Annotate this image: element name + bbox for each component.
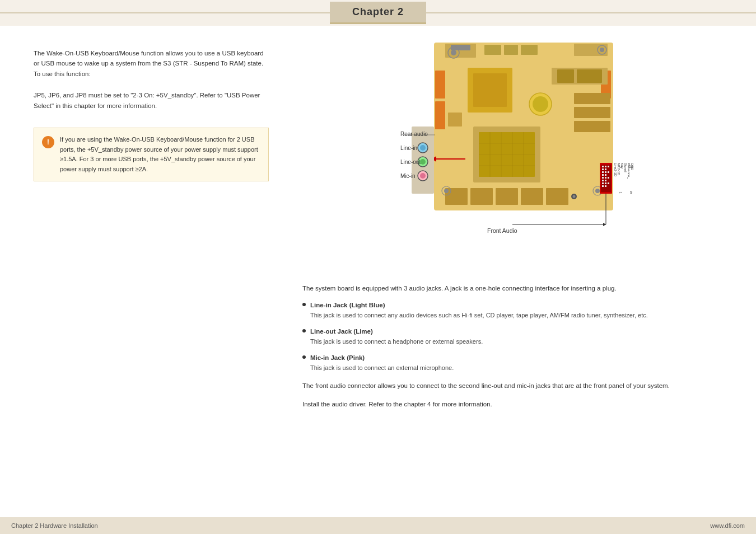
- svg-rect-63: [605, 182, 606, 184]
- motherboard-diagram: 2 1 10 9 Rear audio Line-in Line-out Mic…: [400, 37, 641, 255]
- mic-in-content: Mic-in Jack (Pink) This jack is used to …: [310, 353, 739, 372]
- chapter-title: Chapter 2: [330, 2, 426, 24]
- warning-text: If you are using the Wake-On-USB Keyboar…: [60, 135, 260, 174]
- svg-rect-57: [602, 177, 604, 179]
- line-in-title: Line-in Jack (Light Blue): [310, 300, 739, 310]
- svg-point-71: [420, 145, 426, 151]
- svg-point-27: [533, 96, 548, 112]
- svg-text:9: 9: [630, 190, 632, 194]
- svg-rect-35: [470, 188, 493, 205]
- main-content: The Wake-On-USB Keyboard/Mouse function …: [0, 26, 756, 517]
- diagram-area: 2 1 10 9 Rear audio Line-in Line-out Mic…: [302, 37, 739, 272]
- line-in-item: Line-in Jack (Light Blue) This jack is u…: [302, 300, 739, 320]
- svg-marker-82: [603, 223, 606, 226]
- svg-rect-25: [448, 113, 462, 127]
- svg-text:Presence_: Presence_: [627, 163, 631, 179]
- svg-rect-61: [605, 180, 606, 181]
- bullet-dot-2: [302, 329, 306, 332]
- svg-point-10: [600, 48, 604, 52]
- svg-rect-11: [435, 71, 445, 99]
- svg-rect-31: [574, 93, 610, 104]
- svg-point-73: [420, 159, 426, 165]
- svg-rect-29: [557, 69, 574, 83]
- svg-text:Mic2-1D: Mic2-1D: [617, 163, 620, 176]
- svg-rect-55: [602, 174, 604, 176]
- line-out-title: Line-out Jack (Lime): [310, 326, 739, 336]
- svg-text:1: 1: [618, 191, 622, 194]
- header-line-left: [0, 12, 330, 13]
- warning-icon: !: [42, 136, 54, 148]
- svg-rect-62: [602, 182, 604, 184]
- bullet-dot-1: [302, 303, 306, 306]
- svg-rect-50: [602, 168, 604, 170]
- svg-rect-34: [445, 188, 468, 205]
- svg-text:Line2-1D: Line2-1D: [614, 163, 617, 177]
- wake-usb-para1: The Wake-On-USB Keyboard/Mouse function …: [34, 48, 269, 79]
- svg-text:Rear audio: Rear audio: [400, 131, 428, 137]
- line-out-desc: This jack is used to connect a headphone…: [310, 337, 739, 346]
- svg-rect-64: [608, 182, 609, 184]
- system-board-intro: The system board is equipped with 3 audi…: [302, 283, 739, 293]
- svg-rect-47: [602, 166, 604, 167]
- svg-rect-48: [605, 166, 606, 167]
- svg-rect-53: [605, 171, 606, 173]
- svg-rect-4: [504, 45, 518, 55]
- svg-rect-60: [602, 180, 604, 181]
- svg-rect-32: [574, 107, 610, 118]
- svg-point-7: [451, 50, 456, 55]
- svg-rect-12: [435, 101, 445, 129]
- bullet-dot-3: [302, 355, 306, 359]
- footer-right-text: www.dfi.com: [710, 522, 745, 529]
- svg-point-44: [573, 195, 576, 198]
- left-column: The Wake-On-USB Keyboard/Mouse function …: [0, 26, 291, 517]
- description-section: The system board is equipped with 3 audi…: [302, 283, 739, 416]
- svg-text:GND: GND: [631, 163, 634, 171]
- svg-rect-54: [608, 171, 609, 173]
- svg-rect-58: [605, 177, 606, 179]
- front-audio-connector-para: The front audio connector allows you to …: [302, 381, 739, 391]
- jack-list: Line-in Jack (Light Blue) This jack is u…: [302, 300, 739, 372]
- header-line-right: [426, 12, 756, 13]
- warning-box: ! If you are using the Wake-On-USB Keybo…: [34, 128, 269, 181]
- line-in-desc: This jack is used to connect any audio d…: [310, 311, 739, 320]
- svg-rect-52: [602, 171, 604, 173]
- svg-rect-66: [605, 185, 606, 187]
- svg-point-75: [420, 173, 426, 179]
- svg-rect-65: [602, 185, 604, 187]
- svg-rect-36: [496, 188, 518, 205]
- svg-text:Signal: Signal: [624, 163, 627, 172]
- svg-rect-15: [473, 73, 507, 107]
- svg-rect-59: [608, 177, 609, 179]
- driver-install-para: Install the audio driver. Refer to the c…: [302, 399, 739, 409]
- svg-text:Mic-in: Mic-in: [400, 173, 416, 179]
- right-column: 2 1 10 9 Rear audio Line-in Line-out Mic…: [291, 26, 756, 517]
- svg-text:Line-out: Line-out: [400, 159, 421, 165]
- svg-point-42: [595, 189, 600, 193]
- svg-rect-38: [546, 188, 568, 205]
- svg-rect-2: [451, 45, 470, 50]
- header-bar: Chapter 2: [0, 0, 756, 26]
- svg-rect-33: [574, 121, 610, 132]
- footer-bar: Chapter 2 Hardware Installation www.dfi.…: [0, 517, 756, 534]
- svg-rect-56: [605, 174, 606, 176]
- footer-left-text: Chapter 2 Hardware Installation: [11, 522, 98, 529]
- mic-in-desc: This jack is used to connect an external…: [310, 363, 739, 373]
- svg-text:Front Audio: Front Audio: [487, 227, 517, 234]
- mic-in-title: Mic-in Jack (Pink): [310, 353, 739, 363]
- svg-rect-5: [521, 45, 538, 55]
- svg-rect-3: [484, 45, 501, 55]
- svg-rect-51: [605, 168, 606, 170]
- svg-rect-30: [577, 69, 602, 83]
- line-out-item: Line-out Jack (Lime) This jack is used t…: [302, 326, 739, 346]
- jp-settings-para: JP5, JP6, and JP8 must be set to "2-3 On…: [34, 90, 269, 111]
- mic-in-item: Mic-in Jack (Pink) This jack is used to …: [302, 353, 739, 372]
- svg-rect-37: [521, 188, 543, 205]
- svg-rect-49: [608, 166, 609, 167]
- svg-text:Line-in: Line-in: [400, 145, 417, 151]
- line-in-content: Line-in Jack (Light Blue) This jack is u…: [310, 300, 739, 320]
- svg-point-40: [444, 189, 449, 193]
- svg-text:Key: Key: [620, 163, 624, 168]
- line-out-content: Line-out Jack (Lime) This jack is used t…: [310, 326, 739, 346]
